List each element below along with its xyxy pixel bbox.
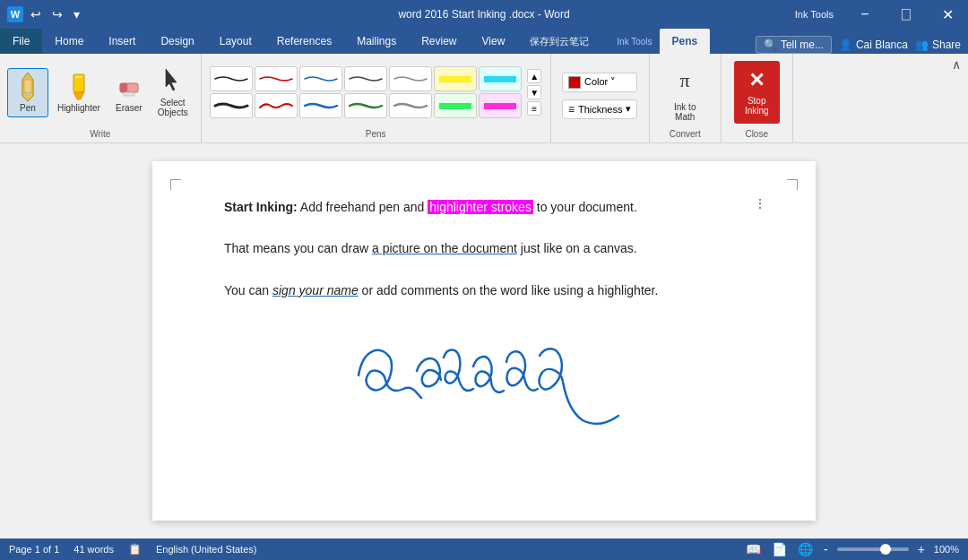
undo-button[interactable]: ↩ xyxy=(27,6,45,22)
read-mode-button[interactable]: 📖 xyxy=(744,542,763,556)
pen-swatch-green-medium[interactable] xyxy=(344,93,387,118)
tab-ink-tools[interactable]: Ink Tools xyxy=(609,29,659,54)
zoom-thumb xyxy=(880,544,891,555)
pen-swatch-black-thick[interactable] xyxy=(210,93,253,118)
redo-button[interactable]: ↪ xyxy=(48,6,66,22)
paragraph-1: Start Inking: Add freehand pen and highl… xyxy=(224,197,744,217)
para1-text-2: to your document. xyxy=(537,200,637,214)
svg-rect-7 xyxy=(120,83,127,92)
svg-rect-2 xyxy=(24,80,31,92)
print-layout-button[interactable]: 📄 xyxy=(770,542,789,556)
ribbon-collapse-button[interactable]: ∧ xyxy=(952,57,961,72)
tab-view[interactable]: View xyxy=(470,29,518,54)
margin-mark-tr xyxy=(787,179,798,190)
qat-dropdown-button[interactable]: ▾ xyxy=(70,6,83,22)
margin-mark-tl xyxy=(170,179,181,190)
title-bar: W ↩ ↪ ▾ word 2016 Start Inking .docx - W… xyxy=(0,0,968,29)
pen-swatch-black-thin[interactable] xyxy=(210,66,253,91)
eraser-tool-button[interactable]: Eraser xyxy=(109,69,149,116)
handwritten-signature xyxy=(224,322,744,456)
stop-inking-label: Stop Inking xyxy=(745,96,769,116)
svg-marker-9 xyxy=(166,69,177,90)
convert-tools: π Ink to Math xyxy=(661,57,708,127)
tab-review[interactable]: Review xyxy=(409,29,469,54)
thickness-label: Thickness xyxy=(578,104,623,115)
write-group-label: Write xyxy=(90,127,110,139)
svg-rect-13 xyxy=(484,103,516,109)
page: Start Inking: Add freehand pen and highl… xyxy=(152,161,816,521)
tab-layout[interactable]: Layout xyxy=(207,29,264,54)
status-right: 📖 📄 🌐 - + 100% xyxy=(744,542,959,556)
user-profile-button[interactable]: 👤 Cai Blanca xyxy=(839,39,908,51)
share-button[interactable]: 👥 Share xyxy=(915,39,961,51)
tab-mailings[interactable]: Mailings xyxy=(344,29,409,54)
tell-me-button[interactable]: 🔍 Tell me... xyxy=(756,36,832,54)
ink-tools-label: Ink Tools xyxy=(795,9,844,20)
language: English (United States) xyxy=(156,544,257,555)
pen-swatch-dark-thin[interactable] xyxy=(344,66,387,91)
user-area: 🔍 Tell me... 👤 Cai Blanca 👥 Share xyxy=(756,36,968,54)
color-label: Color ˅ xyxy=(584,76,616,88)
pen-swatch-yellow-highlight[interactable] xyxy=(434,66,477,91)
minimize-button[interactable]: − xyxy=(844,0,886,29)
color-swatch xyxy=(568,76,581,89)
pen-swatch-red-medium[interactable] xyxy=(255,93,298,118)
highlighter-icon xyxy=(65,73,93,101)
zoom-slider[interactable] xyxy=(837,547,909,551)
pen-swatch-gray-thin[interactable] xyxy=(389,66,432,91)
tab-cloud-notes[interactable]: 保存到云笔记 xyxy=(517,29,601,54)
svg-rect-5 xyxy=(75,76,82,78)
pens-group: ▲ ▼ ≡ Pens xyxy=(202,54,551,142)
tab-references[interactable]: References xyxy=(264,29,344,54)
ink-to-math-label: Ink to Math xyxy=(674,102,696,122)
eraser-icon xyxy=(115,73,143,101)
paragraph-2: That means you can draw a picture on the… xyxy=(224,238,744,258)
pen-swatch-cyan-highlight[interactable] xyxy=(479,66,522,91)
pen-scroll-up-button[interactable]: ▲ xyxy=(527,69,541,83)
thickness-dropdown-arrow: ▾ xyxy=(626,103,631,115)
tab-pens[interactable]: Pens xyxy=(660,29,711,54)
pen-scroll-expand-button[interactable]: ≡ xyxy=(527,101,541,116)
tab-home[interactable]: Home xyxy=(42,29,96,54)
pen-tool-button[interactable]: Pen xyxy=(7,68,48,117)
select-objects-button[interactable]: Select Objects xyxy=(152,64,194,121)
pen-swatch-red-thin[interactable] xyxy=(255,66,298,91)
para1-highlighted-text: highlighter strokes xyxy=(428,200,533,214)
zoom-level: 100% xyxy=(934,544,959,555)
color-dropdown-button[interactable]: Color ˅ xyxy=(562,73,638,92)
user-icon: 👤 xyxy=(839,39,852,51)
restore-button[interactable]: ⎕ xyxy=(886,0,927,29)
ink-to-math-icon: π xyxy=(669,64,701,100)
write-group: Pen Highlighter xyxy=(0,54,202,142)
tab-insert[interactable]: Insert xyxy=(96,29,148,54)
ribbon-tabs-bar: File Home Insert Design Layout Reference… xyxy=(0,29,968,54)
pen-swatch-gray-medium[interactable] xyxy=(389,93,432,118)
web-layout-button[interactable]: 🌐 xyxy=(796,542,815,556)
ink-to-math-button[interactable]: π Ink to Math xyxy=(661,60,708,125)
para1-text-1: Add freehand pen and xyxy=(300,200,428,214)
pen-swatch-green-highlight[interactable] xyxy=(434,93,477,118)
pens-group-label: Pens xyxy=(366,127,386,139)
svg-rect-11 xyxy=(484,76,516,82)
pen-swatch-blue-medium[interactable] xyxy=(299,93,342,118)
color-thickness-group: Color ˅ ≡ Thickness ▾ xyxy=(551,54,650,142)
thickness-dropdown-button[interactable]: ≡ Thickness ▾ xyxy=(562,99,638,119)
para2-text-2: just like on a canvas. xyxy=(521,241,637,255)
pen-scroll-down-button[interactable]: ▼ xyxy=(527,85,541,99)
pen-row-1 xyxy=(210,66,522,91)
stop-inking-button[interactable]: ✕ Stop Inking xyxy=(734,61,780,124)
close-button[interactable]: ✕ xyxy=(927,0,968,29)
svg-marker-4 xyxy=(73,92,84,99)
highlighter-tool-button[interactable]: Highlighter xyxy=(52,69,106,116)
zoom-in-button[interactable]: + xyxy=(916,542,927,556)
close-group: ✕ Stop Inking Close xyxy=(722,54,793,142)
pen-swatch-pink-highlight[interactable] xyxy=(479,93,522,118)
tab-design[interactable]: Design xyxy=(148,29,206,54)
pen-swatch-blue-thin[interactable] xyxy=(299,66,342,91)
svg-rect-8 xyxy=(124,92,134,96)
pen-label: Pen xyxy=(20,103,36,113)
title-bar-right: Ink Tools − ⎕ ✕ xyxy=(795,0,968,29)
zoom-out-button[interactable]: - xyxy=(822,542,830,556)
tab-file[interactable]: File xyxy=(0,29,42,54)
proof-icon: 📋 xyxy=(128,543,142,556)
